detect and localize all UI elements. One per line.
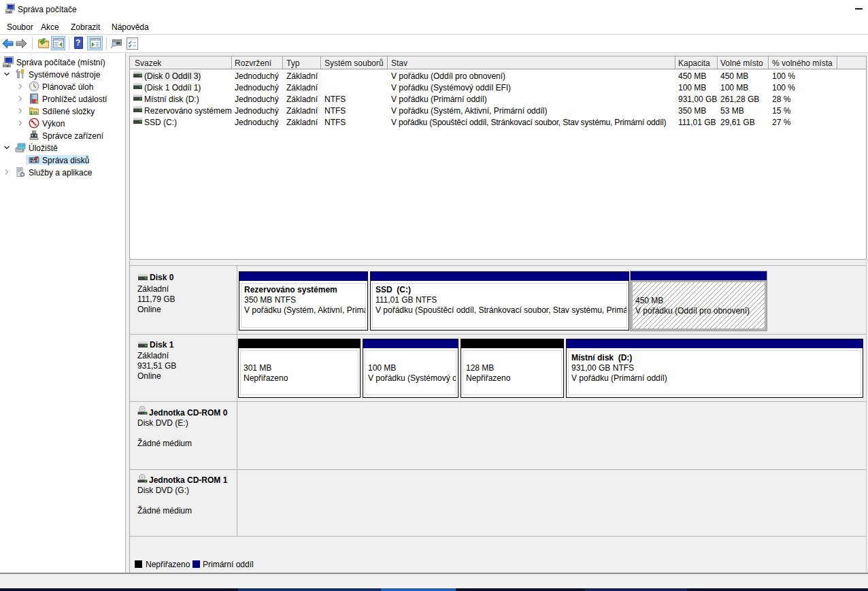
svg-text:23: 23 <box>33 111 38 115</box>
